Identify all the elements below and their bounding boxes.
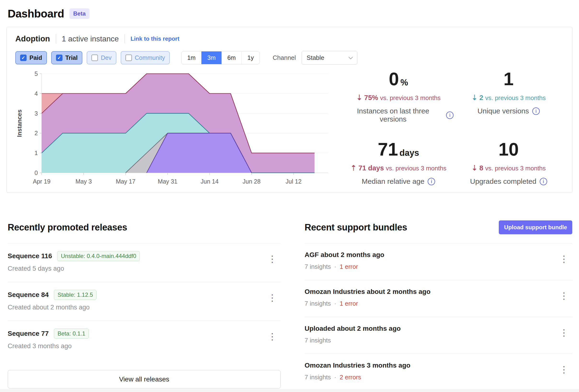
bundle-row-content: Omozan Industries about 2 months ago7 in… [305,288,431,307]
svg-text:Instances: Instances [16,109,23,137]
release-name: Sequence 84 [8,291,49,299]
stat-delta: ⇡71 daysvs. previous 3 months [343,164,453,172]
release-created: Created 5 days ago [8,265,140,272]
stat-delta-suffix: vs. previous 3 months [485,165,546,172]
release-row-content: Sequence 116Unstable: 0.4.0-main.444ddf0… [8,251,140,272]
svg-text:Jun 28: Jun 28 [243,178,261,185]
filter-chip-paid[interactable]: ✓Paid [15,51,47,64]
divider [56,34,56,43]
beta-badge: Beta [70,8,89,19]
kebab-menu-icon[interactable]: ⋮ [557,253,571,265]
svg-text:5: 5 [34,70,38,77]
stat-delta-suffix: vs. previous 3 months [380,94,440,101]
release-created: Created 3 months ago [8,342,89,350]
lower-sections: Recently promoted releases Sequence 116U… [8,220,572,391]
adoption-card-body: 012345Apr 19May 3May 17May 31Jun 14Jun 2… [15,69,564,190]
channel-control: Channel Stable [273,51,357,65]
release-row-content: Sequence 77Beta: 0.1.1Created 3 months a… [8,328,89,350]
stat-label: Unique versionsi [453,107,564,115]
time-range-selector: 1m3m6m1y [181,51,260,64]
release-channel-badge: Beta: 0.1.1 [54,328,89,339]
stat-delta: ⇣8vs. previous 3 months [453,164,564,172]
stat-delta-suffix: vs. previous 3 months [386,165,446,172]
release-row: Sequence 77Beta: 0.1.1Created 3 months a… [8,321,281,359]
range-1y[interactable]: 1y [241,52,259,64]
filter-chip-dev[interactable]: Dev [87,51,116,64]
info-icon[interactable]: i [532,107,540,115]
channel-select[interactable]: Stable [302,51,357,65]
adoption-card-header: Adoption 1 active instance Link to this … [15,34,564,43]
view-all-releases-button[interactable]: View all releases [8,370,281,389]
down-arrow-icon: ⇣ [471,164,477,172]
bundle-title: Omozan Industries 3 months ago [305,362,410,369]
stat-unit: % [400,79,408,87]
info-icon[interactable]: i [428,178,435,185]
range-6m[interactable]: 6m [221,52,242,64]
chevron-down-icon [348,55,353,59]
stat-number: 0 [389,71,399,87]
adoption-chart: 012345Apr 19May 3May 17May 31Jun 14Jun 2… [15,69,334,190]
kebab-menu-icon[interactable]: ⋮ [265,330,279,342]
stat-label-text: Unique versions [477,107,529,115]
page-title: Dashboard [8,7,64,20]
bundle-list: AGF about 2 months ago7 insights·1 error… [305,243,572,391]
range-1m[interactable]: 1m [182,52,201,64]
stat-unique-versions: 1⇣2vs. previous 3 monthsUnique versionsi [453,71,564,127]
bundle-row: Uploaded about 2 months ago7 insights⋮ [305,317,572,354]
stat-delta-value: 75% [364,94,378,101]
release-created: Created about 2 months ago [8,304,96,311]
svg-text:2: 2 [34,130,38,136]
bundle-meta: 7 insights·1 error [305,300,431,307]
bundle-insights: 7 insights [305,337,331,344]
bundle-row-content: Omozan Industries 3 months ago7 insights… [305,362,410,381]
release-row-content: Sequence 84Stable: 1.12.5Created about 2… [8,290,96,311]
adoption-controls: ✓Paid✓TrialDevCommunity 1m3m6m1y Channel… [15,51,564,65]
stat-number: 71 [378,141,398,157]
adoption-card: Adoption 1 active instance Link to this … [6,27,573,193]
filter-chip-trial[interactable]: ✓Trial [51,51,82,64]
stat-value: 0% [343,71,453,87]
stat-label: Instances on last three versionsi [343,107,453,123]
active-instance-count: 1 active instance [62,34,119,43]
stat-delta-suffix: vs. previous 3 months [485,94,546,101]
stat-upgrades-completed: 10⇣8vs. previous 3 monthsUpgrades comple… [453,141,564,190]
svg-text:1: 1 [34,150,38,156]
kebab-menu-icon[interactable]: ⋮ [557,327,571,339]
upload-support-bundle-button[interactable]: Upload support bundle [499,220,572,234]
bundle-errors: 2 errors [340,374,361,381]
info-icon[interactable]: i [446,112,453,119]
channel-selected-value: Stable [307,54,324,62]
svg-text:May 3: May 3 [75,178,92,185]
bundle-title: Omozan Industries about 2 months ago [305,288,431,296]
svg-text:4: 4 [34,90,38,97]
kebab-menu-icon[interactable]: ⋮ [557,364,571,376]
info-icon[interactable]: i [540,178,547,185]
link-to-this-report[interactable]: Link to this report [131,35,179,42]
stat-label: Median relative agei [343,177,453,186]
stat-median-relative-age: 71days⇡71 daysvs. previous 3 monthsMedia… [343,141,453,190]
stat-label: Upgrades completedi [453,177,564,186]
releases-section: Recently promoted releases Sequence 116U… [8,220,281,391]
kebab-menu-icon[interactable]: ⋮ [265,253,279,265]
kebab-menu-icon[interactable]: ⋮ [265,292,279,304]
svg-text:0: 0 [34,169,38,176]
dot-separator: · [334,300,336,307]
release-channel-badge: Unstable: 0.4.0-main.444ddf0 [57,251,140,261]
bundle-errors: 1 error [340,263,358,270]
bundle-row-content: AGF about 2 months ago7 insights·1 error [305,251,384,270]
svg-text:May 31: May 31 [158,178,177,185]
checkbox-checked-icon: ✓ [20,55,27,61]
adoption-stats: 0%⇣75%vs. previous 3 monthsInstances on … [334,69,564,190]
stat-label-text: Instances on last three versions [343,107,443,123]
range-3m[interactable]: 3m [201,52,221,64]
kebab-menu-icon[interactable]: ⋮ [557,290,571,302]
stat-value: 1 [453,71,564,87]
bundle-insights: 7 insights [305,300,331,307]
license-filter-chips: ✓Paid✓TrialDevCommunity [15,51,170,64]
adoption-title: Adoption [15,34,50,43]
bundle-meta: 7 insights·1 error [305,263,384,270]
stat-label-text: Upgrades completed [470,177,536,186]
release-name: Sequence 77 [8,330,49,337]
bundle-title: Uploaded about 2 months ago [305,325,401,332]
filter-chip-community[interactable]: Community [121,51,170,64]
